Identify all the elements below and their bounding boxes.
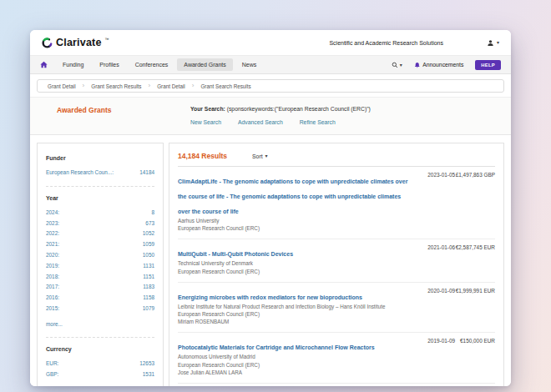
clarivate-logo-icon bbox=[42, 38, 53, 48]
filter-item-count: 1151 bbox=[143, 272, 154, 283]
result-main: Energizing microbes with redox mediators… bbox=[178, 288, 415, 326]
nav-item-funding[interactable]: Funding bbox=[56, 58, 90, 71]
announcements-label: Announcements bbox=[422, 62, 463, 68]
result-meta-line: European Research Council (ERC) bbox=[178, 268, 408, 275]
results-count: 14,184 Results bbox=[178, 152, 227, 160]
result-title-link[interactable]: MultiQubit - Multi-Qubit Photonic Device… bbox=[178, 251, 293, 257]
filter-item-count: 673 bbox=[145, 219, 154, 229]
filter-item[interactable]: 2015:1079 bbox=[46, 304, 154, 314]
filter-item[interactable]: 2016:1158 bbox=[46, 293, 154, 304]
filter-item-label: 2015: bbox=[46, 304, 59, 314]
filter-item-count: 12653 bbox=[139, 359, 154, 369]
result-main: ClimAdaptLife - The genomic adaptations … bbox=[178, 172, 415, 232]
chevron-down-icon: ▾ bbox=[497, 40, 499, 45]
filter-item-count: 1059 bbox=[143, 239, 154, 250]
filter-item-count: 14184 bbox=[139, 168, 154, 178]
chevron-down-icon: ▾ bbox=[400, 63, 402, 68]
filter-item-count: 1131 bbox=[143, 261, 154, 272]
advanced-search-link[interactable]: Advanced Search bbox=[238, 119, 283, 125]
result-date: 2020-01-09 bbox=[415, 288, 455, 326]
filter-item[interactable]: European Research Coun...:14184 bbox=[46, 168, 154, 178]
filter-item[interactable]: 2024:8 bbox=[46, 208, 154, 219]
result-date: 2021-01-06 bbox=[415, 244, 455, 274]
result-title-link[interactable]: Energizing microbes with redox mediators… bbox=[178, 294, 362, 300]
filter-section-funder: FunderEuropean Research Coun...:14184 bbox=[46, 147, 154, 186]
nav-item-news[interactable]: News bbox=[235, 58, 264, 71]
sort-dropdown[interactable]: Sort ▾ bbox=[252, 153, 267, 159]
filter-item[interactable]: 2020:1050 bbox=[46, 250, 154, 261]
filter-item-label: 2018: bbox=[46, 272, 59, 283]
result-row: Photocatalytic Materials for Cartridge a… bbox=[178, 333, 495, 384]
help-button[interactable]: HELP bbox=[475, 60, 501, 70]
result-row: ClimAdaptLife - The genomic adaptations … bbox=[178, 167, 495, 239]
filter-item-label: 2019: bbox=[46, 261, 59, 272]
main-navbar: FundingProfilesConferencesAwarded Grants… bbox=[30, 55, 511, 74]
announcements-button[interactable]: Announcements bbox=[414, 62, 464, 68]
clarivate-logo[interactable]: Clarivate ™ bbox=[42, 37, 109, 48]
filter-item-label: 2021: bbox=[46, 239, 59, 250]
user-menu[interactable]: ▾ bbox=[487, 39, 499, 47]
result-title-link[interactable]: ClimAdaptLife - The genomic adaptations … bbox=[178, 178, 407, 214]
filter-section-title: Funder bbox=[46, 155, 154, 161]
filter-section-title: Year bbox=[46, 195, 154, 201]
filter-item[interactable]: GBP:1531 bbox=[46, 369, 154, 380]
breadcrumb-tab-3[interactable]: Grant Detail bbox=[150, 83, 192, 89]
result-meta-line: Aarhus University bbox=[178, 217, 408, 224]
result-meta-line: Technical University of Denmark bbox=[178, 259, 408, 267]
filter-item-label: 2024: bbox=[46, 208, 59, 219]
search-summary-panel: Awarded Grants Your Search: (sponsorkeyw… bbox=[30, 97, 511, 135]
your-search-label: Your Search: bbox=[190, 106, 225, 112]
filter-item[interactable]: 2021:1059 bbox=[46, 239, 154, 250]
home-icon bbox=[40, 61, 48, 68]
results-list: ClimAdaptLife - The genomic adaptations … bbox=[178, 167, 495, 386]
new-search-link[interactable]: New Search bbox=[190, 119, 221, 125]
breadcrumb-row: Grant Detail›Grant Search Results›Grant … bbox=[30, 74, 511, 97]
home-button[interactable] bbox=[40, 61, 48, 68]
search-icon bbox=[392, 62, 398, 68]
search-action-links: New SearchAdvanced SearchRefine Search bbox=[190, 119, 371, 125]
filter-item[interactable]: EUR:12653 bbox=[46, 359, 154, 369]
result-date: 2023-01-05 bbox=[415, 172, 455, 232]
filter-item-label: 2023: bbox=[46, 219, 59, 229]
nav-item-conferences[interactable]: Conferences bbox=[129, 58, 175, 71]
result-amount: £1,497,863 GBP bbox=[455, 172, 495, 232]
nav-item-profiles[interactable]: Profiles bbox=[93, 58, 125, 71]
titlebar: Clarivate ™ Scientific and Academic Rese… bbox=[30, 30, 511, 55]
filter-section-currency: CurrencyEUR:12653GBP:1531 bbox=[46, 337, 154, 386]
search-menu[interactable]: ▾ bbox=[392, 62, 402, 68]
filter-item-count: 1531 bbox=[143, 369, 154, 380]
filter-more-link[interactable]: more... bbox=[46, 321, 63, 327]
nav-item-awarded-grants[interactable]: Awarded Grants bbox=[177, 58, 232, 71]
result-meta-line: European Research Council (ERC) bbox=[178, 224, 408, 232]
page-title: Awarded Grants bbox=[57, 106, 167, 125]
filter-item[interactable]: 2023:673 bbox=[46, 219, 154, 229]
breadcrumb-tab-1[interactable]: Grant Detail bbox=[41, 83, 83, 89]
results-panel: 14,184 Results Sort ▾ ClimAdaptLife - Th… bbox=[169, 143, 504, 386]
filter-item[interactable]: 2018:1151 bbox=[46, 272, 154, 283]
chevron-down-icon: ▾ bbox=[265, 153, 268, 158]
breadcrumb: Grant Detail›Grant Search Results›Grant … bbox=[37, 79, 504, 93]
filter-item[interactable]: 2019:1131 bbox=[46, 261, 154, 272]
result-amount: €150,000 EUR bbox=[455, 338, 495, 376]
sort-label: Sort bbox=[252, 153, 262, 159]
filter-item-label: European Research Coun...: bbox=[46, 168, 114, 178]
result-main: MultiQubit - Multi-Qubit Photonic Device… bbox=[178, 244, 415, 274]
filter-item[interactable]: 2017:1183 bbox=[46, 282, 154, 293]
result-meta-line: Autonomous University of Madrid bbox=[178, 353, 408, 360]
your-search-query: Your Search: (sponsorkeywords:("European… bbox=[190, 106, 371, 112]
result-title-link[interactable]: Photocatalytic Materials for Cartridge a… bbox=[178, 344, 375, 350]
result-row: MultiQubit - Multi-Qubit Photonic Device… bbox=[178, 239, 495, 282]
breadcrumb-tab-2[interactable]: Grant Search Results bbox=[84, 83, 148, 89]
filter-item-label: 2017: bbox=[46, 282, 59, 293]
result-meta-line: European Research Council (ERC) bbox=[178, 310, 408, 318]
filter-item[interactable]: 2022:1052 bbox=[46, 229, 154, 239]
result-meta-line: Miriam ROSENBAUM bbox=[178, 318, 408, 325]
result-meta-line: European Research Council (ERC) bbox=[178, 361, 408, 369]
filter-item-label: EUR: bbox=[46, 359, 58, 369]
filter-item-count: 1079 bbox=[143, 304, 154, 314]
breadcrumb-tab-4[interactable]: Grant Search Results bbox=[194, 83, 257, 89]
filter-item-label: 2016: bbox=[46, 293, 59, 304]
filter-item-count: 1052 bbox=[143, 229, 154, 239]
refine-search-link[interactable]: Refine Search bbox=[300, 119, 336, 125]
filter-item-label: 2022: bbox=[46, 229, 59, 239]
